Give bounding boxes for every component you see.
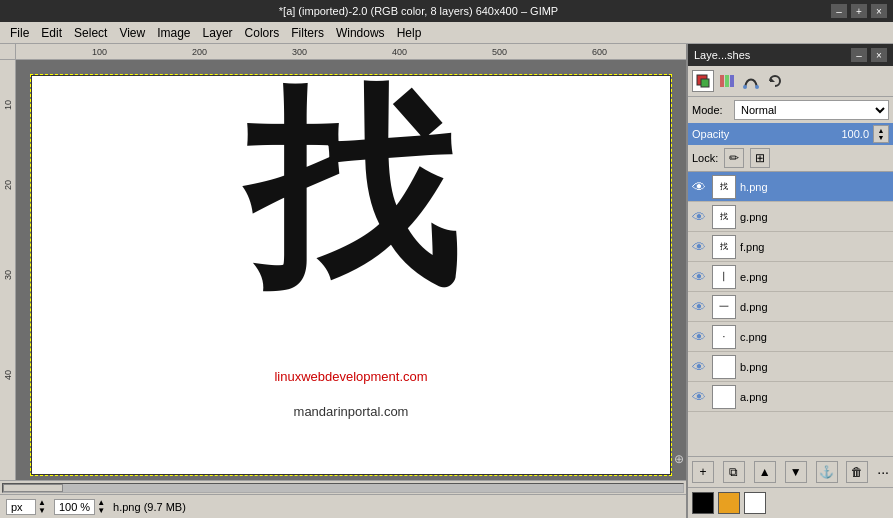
minimize-button[interactable]: –: [831, 4, 847, 18]
foreground-color-swatch[interactable]: [692, 492, 714, 514]
svg-point-6: [755, 85, 759, 89]
color-swatches-row: [688, 487, 893, 518]
menu-view[interactable]: View: [113, 24, 151, 42]
lock-pixels-button[interactable]: ✏: [724, 148, 744, 168]
opacity-down-arrow[interactable]: ▼: [878, 134, 885, 141]
unit-box[interactable]: px: [6, 499, 36, 515]
lock-label: Lock:: [692, 152, 718, 164]
unit-selector[interactable]: px ▲ ▼: [6, 499, 46, 515]
ruler-horizontal: 100 200 300 400 500 600: [16, 44, 686, 60]
ruler-tick-200: 200: [192, 47, 207, 57]
ruler-tick-300: 300: [292, 47, 307, 57]
duplicate-layer-button[interactable]: ⧉: [723, 461, 745, 483]
close-button[interactable]: ×: [871, 4, 887, 18]
layer-item[interactable]: 👁 找 g.png: [688, 202, 893, 232]
ruler-corner: [0, 44, 16, 60]
layer-name: e.png: [740, 271, 768, 283]
layer-visibility-icon[interactable]: 👁: [692, 239, 708, 255]
layer-item[interactable]: 👁 · c.png: [688, 322, 893, 352]
layer-item[interactable]: 👁 找 f.png: [688, 232, 893, 262]
svg-marker-7: [770, 77, 775, 82]
watermark-black: mandarinportal.com: [294, 404, 409, 419]
menu-select[interactable]: Select: [68, 24, 113, 42]
opacity-arrows[interactable]: ▲ ▼: [873, 125, 889, 143]
layers-icon-button[interactable]: [692, 70, 714, 92]
delete-layer-button[interactable]: 🗑: [846, 461, 868, 483]
ruler-vertical: 10 20 30 40: [0, 60, 16, 480]
white-color-swatch[interactable]: [744, 492, 766, 514]
opacity-up-arrow[interactable]: ▲: [878, 127, 885, 134]
ruler-v-container: 10 20 30 40 找 linuxwebdevelopment.com ma…: [0, 60, 686, 480]
main-layout: 100 200 300 400 500 600 10 20 30 40: [0, 44, 893, 518]
svg-rect-2: [720, 75, 724, 87]
layer-down-button[interactable]: ▼: [785, 461, 807, 483]
layer-visibility-icon[interactable]: 👁: [692, 209, 708, 225]
layer-item[interactable]: 👁 丨 e.png: [688, 262, 893, 292]
mode-select[interactable]: Normal Multiply Screen Overlay: [734, 100, 889, 120]
window-title: *[a] (imported)-2.0 (RGB color, 8 layers…: [6, 5, 831, 17]
layer-thumbnail: 找: [712, 235, 736, 259]
menu-file[interactable]: File: [4, 24, 35, 42]
layer-thumbnail: [712, 355, 736, 379]
zoom-down-arrow[interactable]: ▼: [97, 507, 105, 515]
panel-more-button[interactable]: ···: [877, 464, 889, 480]
svg-rect-4: [730, 75, 734, 87]
menu-image[interactable]: Image: [151, 24, 196, 42]
unit-arrows[interactable]: ▲ ▼: [38, 499, 46, 515]
layer-item[interactable]: 👁 一 d.png: [688, 292, 893, 322]
canvas-scroll-area[interactable]: 找 linuxwebdevelopment.com mandarinportal…: [16, 60, 686, 480]
layer-visibility-icon[interactable]: 👁: [692, 299, 708, 315]
opacity-value: 100.0: [834, 128, 869, 140]
right-panel: Laye...shes – ×: [686, 44, 893, 518]
opacity-row: Opacity 100.0 ▲ ▼: [688, 123, 893, 145]
zoom-box[interactable]: 100 %: [54, 499, 95, 515]
background-color-swatch[interactable]: [718, 492, 740, 514]
svg-rect-1: [701, 79, 709, 87]
layer-item[interactable]: 👁 找 h.png: [688, 172, 893, 202]
layer-visibility-icon[interactable]: 👁: [692, 329, 708, 345]
menu-filters[interactable]: Filters: [285, 24, 330, 42]
layer-thumbnail: ·: [712, 325, 736, 349]
lock-row: Lock: ✏ ⊞: [688, 145, 893, 172]
layer-item[interactable]: 👁 b.png: [688, 352, 893, 382]
panel-title: Laye...shes: [694, 49, 750, 61]
undo-history-button[interactable]: [764, 70, 786, 92]
lock-position-button[interactable]: ⊞: [750, 148, 770, 168]
layer-item[interactable]: 👁 a.png: [688, 382, 893, 412]
zoom-arrows[interactable]: ▲ ▼: [97, 499, 105, 515]
layer-visibility-icon[interactable]: 👁: [692, 179, 708, 195]
opacity-label: Opacity: [692, 128, 830, 140]
ruler-vtick-40: 40: [3, 370, 13, 380]
menu-colors[interactable]: Colors: [239, 24, 286, 42]
ruler-vtick-30: 30: [3, 270, 13, 280]
panel-title-controls: – ×: [851, 48, 887, 62]
panel-title-bar: Laye...shes – ×: [688, 44, 893, 66]
panel-minimize-button[interactable]: –: [851, 48, 867, 62]
layer-name: g.png: [740, 211, 768, 223]
ruler-tick-100: 100: [92, 47, 107, 57]
unit-down-arrow[interactable]: ▼: [38, 507, 46, 515]
menu-help[interactable]: Help: [391, 24, 428, 42]
menu-edit[interactable]: Edit: [35, 24, 68, 42]
channels-icon-button[interactable]: [716, 70, 738, 92]
canvas-wrapper: 找 linuxwebdevelopment.com mandarinportal…: [31, 75, 671, 475]
anchor-layer-button[interactable]: ⚓: [816, 461, 838, 483]
layer-visibility-icon[interactable]: 👁: [692, 359, 708, 375]
window-controls: – + ×: [831, 4, 887, 18]
maximize-button[interactable]: +: [851, 4, 867, 18]
status-info: h.png (9.7 MB): [113, 501, 186, 513]
h-scrollbar[interactable]: [0, 480, 686, 494]
layer-visibility-icon[interactable]: 👁: [692, 269, 708, 285]
layers-list: 👁 找 h.png 👁 找 g.png 👁 找 f.png: [688, 172, 893, 456]
layer-name: h.png: [740, 181, 768, 193]
new-layer-button[interactable]: +: [692, 461, 714, 483]
layer-name: d.png: [740, 301, 768, 313]
layer-thumbnail: 找: [712, 205, 736, 229]
layer-up-button[interactable]: ▲: [754, 461, 776, 483]
menu-layer[interactable]: Layer: [197, 24, 239, 42]
layer-visibility-icon[interactable]: 👁: [692, 389, 708, 405]
zoom-selector[interactable]: 100 % ▲ ▼: [54, 499, 105, 515]
menu-windows[interactable]: Windows: [330, 24, 391, 42]
paths-icon-button[interactable]: [740, 70, 762, 92]
panel-close-button[interactable]: ×: [871, 48, 887, 62]
